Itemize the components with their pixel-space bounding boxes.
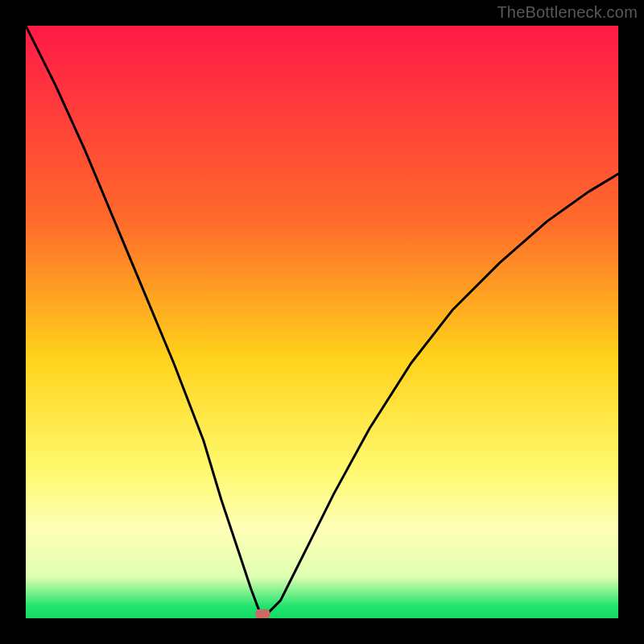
plot-area xyxy=(26,26,618,618)
chart-svg xyxy=(26,26,618,618)
watermark-text: TheBottleneck.com xyxy=(497,3,638,22)
bottleneck-curve xyxy=(26,26,618,613)
min-marker xyxy=(255,609,270,618)
chart-frame: TheBottleneck.com xyxy=(0,0,644,644)
